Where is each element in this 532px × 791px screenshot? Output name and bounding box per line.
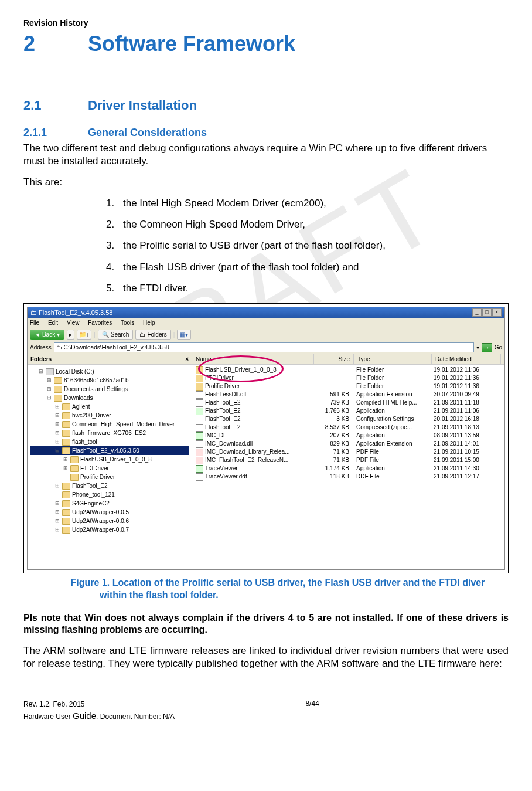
- file-row[interactable]: TraceViewer.ddf118 KBDDF File21.09.2011 …: [192, 473, 504, 481]
- generic-icon: [196, 440, 203, 448]
- maximize-button[interactable]: □: [482, 308, 492, 317]
- window-title: 🗀 FlashTool_E2_v.4.05.3.58: [30, 308, 112, 317]
- folder-icon: [62, 421, 70, 428]
- address-input[interactable]: 🗀 C:\Downloads\FlashTool_E2_v.4.85.3.58: [54, 342, 474, 352]
- h1-title: Software Framework: [88, 32, 295, 56]
- file-row[interactable]: IMC_FlashTool_E2_ReleaseN...71 KBPDF Fil…: [192, 456, 504, 464]
- tree-item[interactable]: ⊞bwc200_Driver: [30, 411, 189, 420]
- tree-item[interactable]: ⊟Downloads: [30, 393, 189, 402]
- file-row[interactable]: IMC_Download_Library_Relea...71 KBPDF Fi…: [192, 448, 504, 456]
- tree-item[interactable]: ⊞Agilent: [30, 402, 189, 411]
- window-titlebar[interactable]: 🗀 FlashTool_E2_v.4.05.3.58 _ □ ×: [28, 307, 504, 318]
- address-dropdown[interactable]: ▾: [476, 344, 479, 351]
- folders-button[interactable]: 🗀 Folders: [135, 330, 170, 340]
- address-bar: Address 🗀 C:\Downloads\FlashTool_E2_v.4.…: [28, 341, 504, 354]
- column-name[interactable]: Name: [192, 354, 314, 364]
- heading-3: 2.1.1General Considerations: [23, 126, 509, 140]
- tree-item[interactable]: ⊞FTDIDriver: [30, 464, 189, 473]
- menu-item[interactable]: Edit: [48, 320, 58, 326]
- tree-item[interactable]: ⊞Comneon_High_Speed_Modem_Driver: [30, 420, 189, 429]
- menu-item[interactable]: Favorites: [88, 320, 112, 326]
- folders-pane-close[interactable]: ×: [185, 355, 189, 363]
- column-date[interactable]: Date Modified: [432, 354, 501, 364]
- tree-item[interactable]: ⊟Local Disk (C:): [30, 367, 189, 376]
- views-button[interactable]: ▦▾: [177, 330, 191, 340]
- h3-number: 2.1.1: [23, 126, 88, 140]
- list-item: the FTDI diver.: [117, 282, 509, 295]
- tree-item[interactable]: ⊞FlashUSB_Driver_1_0_0_8: [30, 455, 189, 464]
- h2-number: 2.1: [23, 97, 88, 114]
- menu-item[interactable]: Tools: [121, 320, 134, 326]
- folder-icon: [70, 456, 79, 463]
- folder-icon: [62, 430, 70, 437]
- file-row[interactable]: FlashTool_E21.765 KBApplication21.09.201…: [192, 407, 504, 415]
- back-button[interactable]: ◄ Back ▾: [30, 330, 64, 340]
- close-button[interactable]: ×: [492, 308, 502, 317]
- file-row[interactable]: Prolific DriverFile Folder19.01.2012 11:…: [192, 382, 504, 391]
- file-row[interactable]: FlashUSB_Driver_1_0_0_8File Folder19.01.…: [192, 366, 504, 374]
- tree-item[interactable]: ⊞flash_tool: [30, 437, 189, 446]
- toolbar: ◄ Back ▾ ▸ 📁↑ | 🔍 Search 🗀 Folders | ▦▾: [28, 328, 504, 341]
- folder-icon: [62, 483, 70, 490]
- h1-number: 2: [23, 30, 88, 58]
- file-row[interactable]: FlashTool_E23 KBConfiguration Settings20…: [192, 415, 504, 423]
- figure-caption: Figure 1. Location of the Prolific seria…: [23, 577, 509, 602]
- tree-item[interactable]: ⊞8163465d9d1c8657ad1b: [30, 376, 189, 385]
- tree-item[interactable]: ⊞FlashTool_E2: [30, 481, 189, 490]
- tree-item[interactable]: ⊞S4GEngineC2: [30, 499, 189, 508]
- go-button[interactable]: →: [482, 343, 492, 352]
- tree-item[interactable]: Phone_tool_121: [30, 490, 189, 499]
- tree-item[interactable]: Prolific Driver: [30, 473, 189, 481]
- generic-icon: [196, 399, 203, 407]
- list-item: the Intel High Speed Modem Driver (ecm20…: [117, 197, 509, 210]
- figure-1: 🗀 FlashTool_E2_v.4.05.3.58 _ □ × File Ed…: [23, 303, 509, 573]
- menu-item[interactable]: View: [67, 320, 80, 326]
- forward-button[interactable]: ▸: [67, 330, 74, 340]
- heading-2: 2.1Driver Installation: [23, 97, 509, 114]
- tree-item[interactable]: ⊞Udp2AtWrapper-0.0.6: [30, 517, 189, 525]
- h3-title: General Considerations: [88, 127, 207, 138]
- menu-bar[interactable]: File Edit View Favorites Tools Help: [28, 318, 504, 328]
- search-button[interactable]: 🔍 Search: [98, 330, 134, 340]
- folder-tree[interactable]: ⊟Local Disk (C:)⊞8163465d9d1c8657ad1b⊞Do…: [28, 365, 192, 569]
- paragraph: The two different test and debug configu…: [23, 142, 509, 168]
- footer-revision: Rev. 1.2, Feb. 2015: [23, 700, 175, 709]
- page-footer: Rev. 1.2, Feb. 2015 Hardware User Guide,…: [23, 700, 509, 722]
- tree-item[interactable]: ⊞Udp2AtWrapper-0.0.5: [30, 508, 189, 517]
- file-row[interactable]: IMC_Download.dll829 KBApplication Extens…: [192, 440, 504, 448]
- files-pane: Name Size Type Date Modified FlashUSB_Dr…: [192, 354, 504, 569]
- menu-item[interactable]: File: [30, 320, 39, 326]
- column-type[interactable]: Type: [354, 354, 432, 364]
- tree-item[interactable]: ⊞flash_firmware_XG706_ES2: [30, 429, 189, 437]
- folder-icon: [70, 465, 79, 472]
- file-row[interactable]: FlashLessDll.dll591 KBApplication Extens…: [192, 391, 504, 399]
- column-size[interactable]: Size: [314, 354, 354, 364]
- minimize-button[interactable]: _: [472, 308, 482, 317]
- tree-item[interactable]: ⊞Documents and Settings: [30, 385, 189, 393]
- folder-icon: [54, 386, 62, 393]
- folders-header-label: Folders: [30, 355, 52, 363]
- file-row[interactable]: FlashTool_E2739 KBCompiled HTML Help...2…: [192, 399, 504, 407]
- explorer-window: 🗀 FlashTool_E2_v.4.05.3.58 _ □ × File Ed…: [27, 307, 505, 570]
- tree-item[interactable]: ⊟FlashTool_E2_v.4.05.3.50: [30, 446, 189, 455]
- menu-item[interactable]: Help: [143, 320, 155, 326]
- file-row[interactable]: TraceViewer1.174 KBApplication21.09.2011…: [192, 464, 504, 473]
- folder-icon: [196, 383, 203, 391]
- up-button[interactable]: 📁↑: [77, 330, 91, 340]
- folder-icon: [196, 375, 203, 382]
- tree-item[interactable]: ⊞Udp2AtWrapper-0.0.7: [30, 525, 189, 534]
- pdf-icon: [196, 457, 203, 464]
- file-row[interactable]: FlashTool_E28.537 KBCompressed (zippe...…: [192, 423, 504, 432]
- address-label: Address: [30, 344, 52, 351]
- folder-icon: [62, 518, 70, 525]
- list-item: the Comneon High Speed Modem Driver,: [117, 218, 509, 231]
- generic-icon: [196, 473, 203, 481]
- list-item: the Flash USB driver (part of the flash …: [117, 261, 509, 274]
- files-columns-header[interactable]: Name Size Type Date Modified: [192, 354, 504, 365]
- file-row[interactable]: IMC_DL207 KBApplication08.09.2011 13:59: [192, 432, 504, 440]
- folder-icon: [62, 491, 70, 498]
- app-icon: [196, 408, 203, 415]
- files-list[interactable]: FlashUSB_Driver_1_0_0_8File Folder19.01.…: [192, 365, 504, 504]
- file-row[interactable]: FTDIDriverFile Folder19.01.2012 11:36: [192, 374, 504, 382]
- footer-page-number: 8/44: [305, 700, 319, 722]
